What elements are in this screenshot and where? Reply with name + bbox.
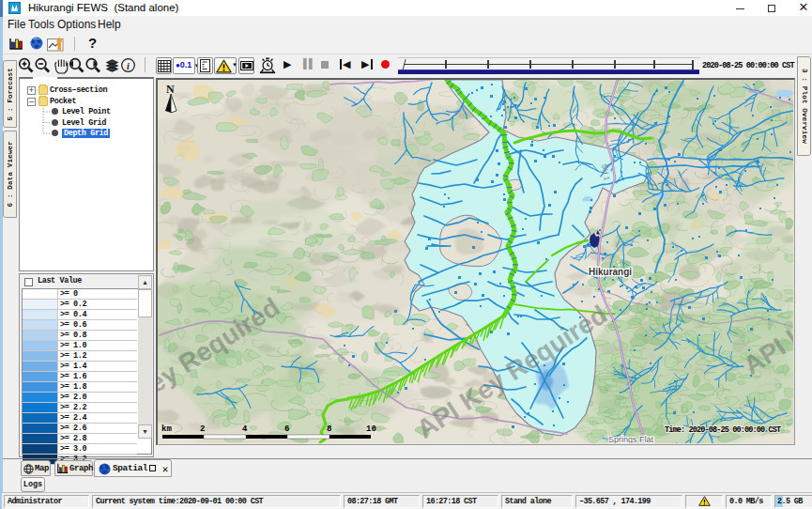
svg-text:i: i <box>127 61 130 71</box>
svg-text:2: 2 <box>200 424 205 434</box>
svg-text:Springs Flat: Springs Flat <box>608 435 654 443</box>
svg-text:km: km <box>161 424 172 434</box>
svg-text:10: 10 <box>366 424 376 434</box>
svg-text:6: 6 <box>284 424 289 434</box>
svg-text:Hikurangi: Hikurangi <box>589 267 632 277</box>
svg-text:N: N <box>166 83 175 96</box>
svg-text:8: 8 <box>327 424 331 434</box>
svg-text:Time: 2020-08-25 00:00:00 CST: Time: 2020-08-25 00:00:00 CST <box>665 425 781 435</box>
svg-text:4: 4 <box>242 424 248 434</box>
